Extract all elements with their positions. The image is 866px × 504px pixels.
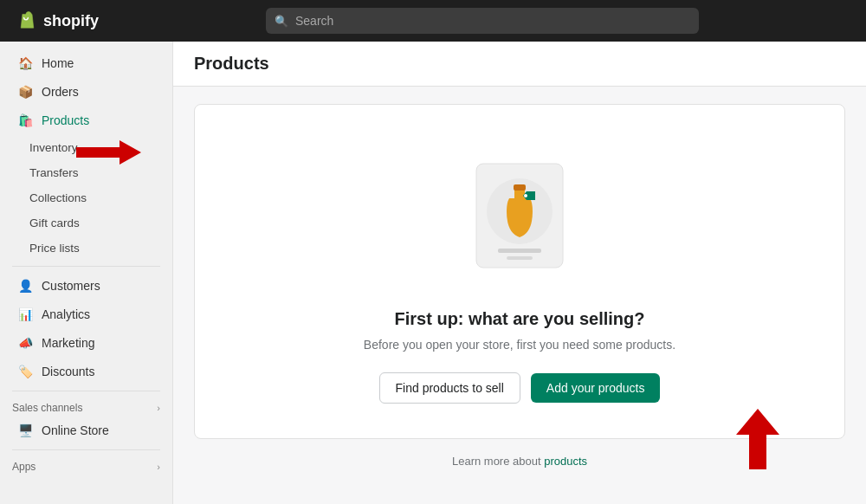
sidebar-item-marketing[interactable]: 📣 Marketing bbox=[5, 329, 167, 357]
sidebar-item-analytics[interactable]: 📊 Analytics bbox=[5, 300, 167, 328]
apps-chevron-icon: › bbox=[157, 462, 160, 472]
logo-text: shopify bbox=[43, 12, 99, 30]
sidebar-item-gift-cards[interactable]: Gift cards bbox=[5, 210, 167, 236]
sidebar-item-customers[interactable]: 👤 Customers bbox=[5, 272, 167, 300]
sidebar-item-collections[interactable]: Collections bbox=[5, 185, 167, 210]
home-icon: 🏠 bbox=[17, 55, 33, 71]
orders-icon: 📦 bbox=[17, 84, 33, 100]
main-content: Products bbox=[173, 42, 866, 504]
sidebar-label-collections: Collections bbox=[29, 191, 87, 204]
analytics-icon: 📊 bbox=[17, 307, 33, 322]
footer-learn-more: Learn more about products bbox=[194, 455, 845, 468]
search-icon: 🔍 bbox=[275, 15, 288, 28]
svg-rect-3 bbox=[514, 184, 526, 191]
svg-point-4 bbox=[524, 194, 527, 197]
content-area: First up: what are you selling? Before y… bbox=[173, 87, 866, 485]
sidebar-divider-3 bbox=[12, 449, 160, 450]
discounts-icon: 🏷️ bbox=[17, 364, 33, 379]
sidebar-label-orders: Orders bbox=[42, 85, 79, 99]
customers-icon: 👤 bbox=[17, 278, 33, 294]
products-icon: 🛍️ bbox=[17, 113, 33, 128]
layout: 🏠 Home 📦 Orders 🛍️ Products Inventory Tr… bbox=[0, 42, 866, 504]
sidebar-divider-1 bbox=[12, 266, 160, 267]
shopify-bag-icon bbox=[14, 9, 38, 33]
svg-rect-6 bbox=[507, 256, 533, 260]
sidebar-label-transfers: Transfers bbox=[29, 166, 79, 179]
apps-label: Apps bbox=[12, 461, 36, 473]
sidebar-item-products[interactable]: 🛍️ Products bbox=[5, 107, 167, 134]
page-header: Products bbox=[173, 42, 866, 87]
sidebar-label-analytics: Analytics bbox=[42, 307, 90, 321]
find-products-button[interactable]: Find products to sell bbox=[379, 372, 520, 404]
sidebar-label-home: Home bbox=[42, 56, 74, 70]
sales-channels-label: Sales channels bbox=[12, 402, 82, 414]
footer-text: Learn more about bbox=[452, 455, 544, 468]
sidebar-label-price-lists: Price lists bbox=[29, 242, 80, 255]
sales-channels-section[interactable]: Sales channels › bbox=[0, 397, 172, 416]
empty-state-subtitle: Before you open your store, first you ne… bbox=[364, 338, 675, 352]
topbar: shopify 🔍 bbox=[0, 0, 866, 42]
empty-state-title: First up: what are you selling? bbox=[395, 309, 645, 329]
page-title: Products bbox=[194, 54, 845, 74]
product-illustration bbox=[450, 146, 589, 285]
sidebar-label-discounts: Discounts bbox=[42, 365, 94, 378]
sidebar: 🏠 Home 📦 Orders 🛍️ Products Inventory Tr… bbox=[0, 42, 173, 504]
sidebar-item-home[interactable]: 🏠 Home bbox=[5, 49, 167, 77]
sidebar-item-online-store[interactable]: 🖥️ Online Store bbox=[5, 417, 167, 444]
sidebar-label-gift-cards: Gift cards bbox=[29, 216, 80, 229]
button-group: Find products to sell Add your products bbox=[379, 372, 661, 404]
sidebar-item-price-lists[interactable]: Price lists bbox=[5, 236, 167, 261]
add-products-button[interactable]: Add your products bbox=[531, 373, 661, 403]
chevron-right-icon: › bbox=[157, 403, 160, 413]
sidebar-label-products: Products bbox=[42, 113, 89, 127]
online-store-icon: 🖥️ bbox=[17, 423, 33, 438]
sidebar-label-marketing: Marketing bbox=[42, 336, 94, 350]
svg-rect-5 bbox=[498, 249, 541, 253]
sidebar-label-inventory: Inventory bbox=[29, 141, 78, 154]
marketing-icon: 📣 bbox=[17, 335, 33, 351]
products-link[interactable]: products bbox=[544, 455, 587, 468]
sidebar-label-customers: Customers bbox=[42, 279, 100, 293]
sidebar-item-transfers[interactable]: Transfers bbox=[5, 160, 167, 185]
sidebar-item-orders[interactable]: 📦 Orders bbox=[5, 78, 167, 106]
sidebar-label-online-store: Online Store bbox=[42, 423, 109, 437]
search-input[interactable] bbox=[266, 8, 699, 34]
apps-section[interactable]: Apps › bbox=[0, 456, 172, 475]
sidebar-divider-2 bbox=[12, 391, 160, 391]
empty-state-card: First up: what are you selling? Before y… bbox=[194, 104, 845, 439]
sidebar-item-discounts[interactable]: 🏷️ Discounts bbox=[5, 358, 167, 385]
search-bar[interactable]: 🔍 bbox=[266, 8, 699, 34]
logo[interactable]: shopify bbox=[14, 9, 99, 33]
sidebar-item-inventory[interactable]: Inventory bbox=[5, 135, 167, 160]
